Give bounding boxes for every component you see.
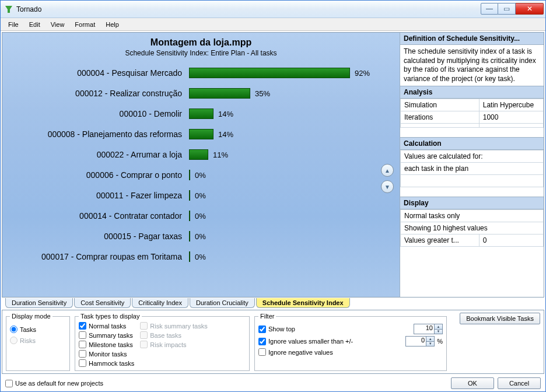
scroll-down-button[interactable]: ▼ (381, 180, 394, 193)
spin-up-icon[interactable]: ▲ (434, 324, 442, 330)
calculation-table: Values are calculated for: each task in … (400, 150, 544, 187)
bar-label: 000008 - Planejamento das reformas (8, 130, 189, 139)
bar-value-label: 0% (195, 191, 206, 200)
analysis-table: SimulationLatin Hypercube Iterations1000 (400, 99, 544, 128)
cb-ignore-smaller[interactable]: Ignore values smaller than +/- (258, 338, 353, 345)
cancel-button[interactable]: Cancel (498, 377, 541, 389)
bar-zero (189, 251, 190, 262)
cb-hammock-tasks[interactable]: Hammock tasks (79, 359, 134, 367)
bar-value-label: 0% (195, 232, 206, 241)
bar-label: 000004 - Pesquisar Mercado (8, 68, 189, 78)
bar-value-label: 0% (195, 171, 206, 180)
calculation-header: Calculation (400, 137, 544, 150)
ok-button[interactable]: OK (451, 377, 494, 389)
bar-value-label: 0% (195, 253, 206, 261)
bar-value-label: 0% (195, 212, 206, 220)
bar-zero (189, 211, 190, 221)
spin-down-icon[interactable]: ▼ (426, 342, 434, 346)
bar-row: 000006 - Comprar o ponto0% (8, 170, 394, 180)
bar-row: 000015 - Pagar taxas0% (8, 231, 394, 242)
simulation-label: Simulation (401, 99, 480, 111)
scroll-up-button[interactable]: ▲ (381, 164, 394, 177)
bar-label: 000006 - Comprar o ponto (8, 170, 189, 180)
bar-zero (189, 190, 190, 201)
window-title: Tornado (16, 5, 41, 13)
bar-track: 0% (189, 190, 394, 201)
bottom-bar: Use as default for new projects OK Cance… (1, 375, 545, 391)
bar-label: 000022 - Arrumar a loja (8, 150, 189, 159)
spin-down-icon[interactable]: ▼ (434, 330, 442, 334)
app-icon (4, 5, 13, 14)
tabs: Duration SensitivityCost SensitivityCrit… (1, 299, 545, 309)
spin-up-icon[interactable]: ▲ (426, 337, 434, 342)
bar-label: 000011 - Fazer limpeza (8, 191, 189, 200)
menu-file[interactable]: File (3, 20, 24, 29)
bar-row: 000011 - Fazer limpeza0% (8, 190, 394, 201)
window-controls: — ▭ ✕ (481, 3, 544, 16)
menubar: File Edit View Format Help (1, 18, 545, 31)
cb-normal-tasks[interactable]: Normal tasks (79, 322, 134, 330)
tab[interactable]: Duration Sensitivity (5, 298, 73, 308)
cb-ignore-negative[interactable]: Ignore negative values (258, 348, 333, 356)
display-line2: Showing 10 highest values (401, 222, 544, 235)
cb-use-default[interactable]: Use as default for new projects (5, 380, 103, 387)
bar-track: 35% (189, 88, 394, 99)
menu-help[interactable]: Help (100, 20, 124, 29)
bar-label: 000015 - Pagar taxas (8, 232, 189, 241)
bar-label: 000010 - Demolir (8, 109, 189, 118)
bar-row: 000010 - Demolir14% (8, 108, 394, 119)
bar-row: 000004 - Pesquisar Mercado92% (8, 68, 394, 78)
options-panel: Display mode Tasks Risks Task types to d… (2, 310, 544, 374)
bar-row: 000022 - Arrumar a loja11% (8, 149, 394, 160)
bar-fill (189, 108, 214, 119)
radio-risks-input (10, 337, 18, 344)
bar-track: 92% (189, 68, 394, 78)
cb-milestone-tasks[interactable]: Milestone tasks (79, 341, 134, 348)
definition-header: Definition of Schedule Sensitivity... (400, 33, 544, 45)
cb-risk-summary: Risk summary tasks (140, 322, 207, 330)
tab[interactable]: Duration Cruciality (190, 298, 255, 308)
cb-summary-tasks[interactable]: Summary tasks (79, 331, 134, 339)
tab[interactable]: Cost Sensitivity (74, 298, 131, 308)
bar-label: 000017 - Comprar roupas em Toritama (8, 252, 189, 261)
bar-zero (189, 170, 190, 180)
radio-tasks[interactable]: Tasks (10, 326, 66, 333)
cb-monitor-tasks[interactable]: Monitor tasks (79, 350, 134, 358)
tab[interactable]: Criticality Index (132, 298, 188, 308)
display-table: Normal tasks only Showing 10 highest val… (400, 209, 544, 247)
menu-edit[interactable]: Edit (24, 20, 46, 29)
filter-group: Filter Show top 10▲▼ Ignore values small… (254, 313, 447, 371)
bar-track: 0% (189, 231, 394, 242)
bar-row: 000008 - Planejamento das reformas14% (8, 129, 394, 139)
minimize-button[interactable]: — (481, 3, 498, 15)
display-header: Display (400, 197, 544, 209)
bar-value-label: 14% (218, 130, 233, 139)
display-mode-group: Display mode Tasks Risks (6, 313, 70, 371)
analysis-header: Analysis (400, 86, 544, 99)
bookmark-button[interactable]: Bookmark Visible Tasks (460, 313, 540, 324)
bar-value-label: 11% (213, 150, 228, 159)
titlebar: Tornado — ▭ ✕ (1, 1, 545, 18)
side-panel: Definition of Schedule Sensitivity... Th… (400, 33, 544, 297)
definition-body: The schedule sensitivity index of a task… (400, 45, 544, 86)
radio-tasks-input[interactable] (10, 326, 18, 333)
bar-chart: 000004 - Pesquisar Mercado92%000012 - Re… (8, 68, 394, 262)
bar-label: 000014 - Contratar contador (8, 211, 189, 220)
close-button[interactable]: ✕ (516, 3, 544, 15)
chart-title: Montagem da loja.mpp (8, 37, 394, 48)
maximize-button[interactable]: ▭ (498, 3, 516, 15)
tab[interactable]: Schedule Sensitivity Index (256, 298, 350, 308)
bar-value-label: 35% (255, 89, 270, 98)
menu-view[interactable]: View (46, 20, 70, 29)
ignore-smaller-input[interactable]: 0▲▼ (405, 336, 435, 346)
menu-format[interactable]: Format (69, 20, 100, 29)
iterations-label: Iterations (401, 111, 480, 124)
show-top-input[interactable]: 10▲▼ (414, 324, 443, 334)
calc-line2: each task in the plan (401, 163, 544, 175)
bar-value-label: 14% (218, 110, 233, 118)
cb-show-top[interactable]: Show top (258, 326, 295, 333)
display-row3-label: Values greater t... (401, 235, 480, 247)
display-line1: Normal tasks only (401, 210, 544, 222)
cb-base-tasks: Base tasks (140, 331, 207, 339)
app-window: Tornado — ▭ ✕ File Edit View Format Help… (0, 0, 546, 392)
